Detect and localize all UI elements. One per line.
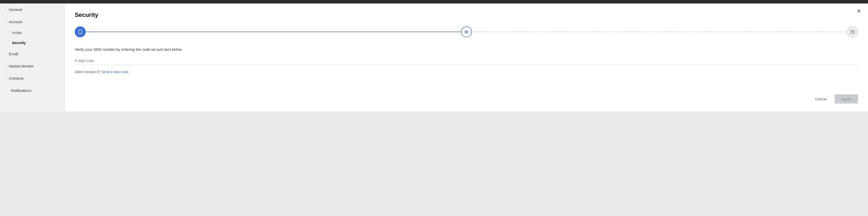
sidebar-item-security-label: Security xyxy=(12,41,26,45)
step-line-2 xyxy=(472,32,847,32)
sidebar-item-email-label: Email xyxy=(9,52,19,56)
sidebar-item-general[interactable]: › General xyxy=(0,3,64,16)
step-phone xyxy=(75,26,86,37)
resend-prefix: Didn't receive it? xyxy=(75,70,100,74)
code-input[interactable] xyxy=(75,57,858,65)
sidebar-item-general-label: General xyxy=(9,7,22,12)
svg-rect-5 xyxy=(851,30,854,32)
sidebar: › General › Account Profile Security › E… xyxy=(0,3,65,111)
sidebar-item-notifications[interactable]: Notifications xyxy=(0,84,64,97)
step-verify xyxy=(461,26,472,37)
step-line-1 xyxy=(86,32,461,32)
sidebar-item-profile[interactable]: Profile xyxy=(0,28,64,38)
steps-progress xyxy=(75,26,858,37)
save-icon xyxy=(850,29,855,34)
sidebar-item-account[interactable]: › Account xyxy=(0,16,64,28)
chevron-right-icon-email: › xyxy=(5,52,6,56)
sidebar-item-notifications-label: Notifications xyxy=(11,88,31,93)
svg-point-2 xyxy=(465,31,468,33)
actions-bar: Cancel Apply xyxy=(75,90,858,104)
sidebar-item-email[interactable]: › Email xyxy=(0,48,64,60)
phone-icon xyxy=(78,29,83,34)
sidebar-item-profile-label: Profile xyxy=(12,31,22,35)
svg-rect-6 xyxy=(851,32,854,34)
chevron-right-icon-contacts: › xyxy=(5,77,6,80)
chevron-right-icon-market: › xyxy=(5,65,6,68)
cancel-button[interactable]: Cancel xyxy=(811,95,831,103)
svg-point-1 xyxy=(80,33,81,33)
sidebar-item-security[interactable]: Security xyxy=(0,38,64,48)
eye-icon xyxy=(464,29,469,34)
sidebar-item-market-monitor-label: Market Monitor xyxy=(9,64,34,68)
svg-point-3 xyxy=(466,31,467,33)
step-save xyxy=(847,26,858,37)
top-bar xyxy=(0,0,868,3)
chevron-down-icon: › xyxy=(4,22,7,23)
content-area: Verify your SMS number by entering the c… xyxy=(75,47,858,104)
close-button[interactable]: ✕ xyxy=(857,8,861,14)
resend-text: Didn't receive it? Send a new code. xyxy=(75,70,858,74)
sidebar-item-contacts-label: Contacts xyxy=(9,76,24,80)
apply-button[interactable]: Apply xyxy=(835,94,858,104)
chevron-right-icon: › xyxy=(5,8,6,11)
sidebar-item-market-monitor[interactable]: › Market Monitor xyxy=(0,60,64,72)
resend-link-label[interactable]: Send a new code. xyxy=(101,70,129,74)
sidebar-item-account-label: Account xyxy=(9,20,23,24)
panel-title: Security xyxy=(75,11,858,19)
main-panel: ✕ Security xyxy=(65,3,868,111)
sidebar-item-contacts[interactable]: › Contacts xyxy=(0,72,64,84)
verify-description: Verify your SMS number by entering the c… xyxy=(75,47,858,51)
